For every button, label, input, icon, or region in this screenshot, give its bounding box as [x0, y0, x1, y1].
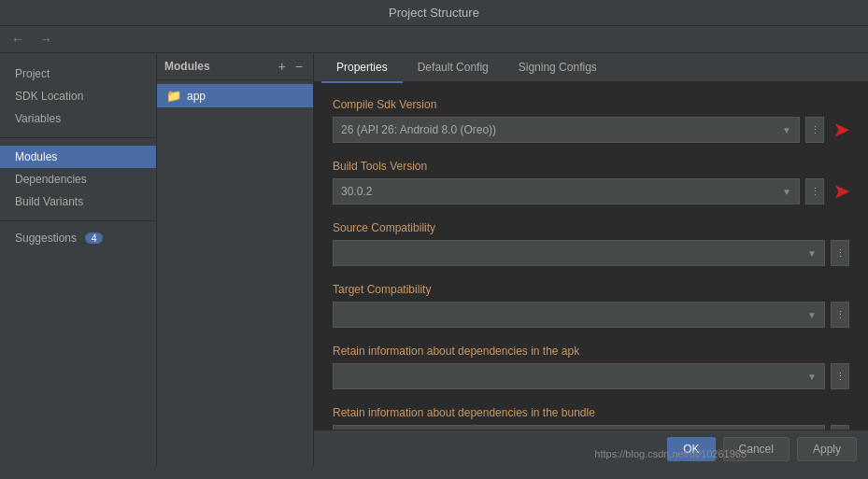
prop-section-build-tools: Build Tools Version 30.0.2 ▼ ⋮ ➤ [333, 160, 849, 204]
compile-sdk-dropdown[interactable]: 26 (API 26: Android 8.0 (Oreo)) ▼ [333, 117, 800, 143]
tabs-row: Properties Default Config Signing Config… [314, 53, 868, 83]
prop-section-target-compat: Target Compatibility ▼ ⋮ [333, 283, 849, 328]
main-layout: Project SDK Location Variables Modules D… [0, 53, 868, 467]
compile-sdk-arrow-icon: ▼ [782, 125, 791, 135]
remove-module-button[interactable]: − [292, 59, 306, 74]
compile-sdk-value: 26 (API 26: Android 8.0 (Oreo)) [341, 123, 496, 136]
watermark: https://blog.csdn.net/u010261965 [594, 448, 747, 459]
prop-section-retain-bundle: Retain information about dependencies in… [333, 406, 849, 430]
prop-row-build-tools: 30.0.2 ▼ ⋮ ➤ [333, 178, 849, 204]
nav-row: ← → [0, 26, 868, 53]
prop-row-source-compat: ▼ ⋮ [333, 240, 849, 266]
sidebar-item-variables[interactable]: Variables [0, 107, 156, 130]
build-tools-side-btn[interactable]: ⋮ [805, 178, 824, 204]
sidebar-item-suggestions[interactable]: Suggestions 4 [0, 227, 156, 249]
source-compat-arrow-icon: ▼ [807, 248, 817, 259]
tab-default-config[interactable]: Default Config [403, 53, 504, 83]
properties-content: Compile Sdk Version 26 (API 26: Android … [314, 83, 868, 430]
build-tools-value: 30.0.2 [341, 185, 372, 198]
sidebar-item-dependencies[interactable]: Dependencies [0, 168, 156, 190]
window-title: Project Structure [389, 6, 479, 20]
add-module-button[interactable]: + [276, 59, 289, 74]
modules-actions: + − [276, 59, 306, 74]
modules-list: 📁 app [157, 80, 313, 467]
tab-signing-configs[interactable]: Signing Configs [504, 53, 612, 83]
prop-section-retain-apk: Retain information about dependencies in… [333, 345, 849, 389]
back-button[interactable]: ← [7, 30, 28, 49]
content-panel: Properties Default Config Signing Config… [314, 53, 868, 467]
sidebar-item-project[interactable]: Project [0, 63, 156, 85]
modules-panel-title: Modules [164, 60, 210, 73]
source-compat-side-btn[interactable]: ⋮ [831, 240, 849, 266]
prop-label-source-compat: Source Compatibility [333, 221, 849, 234]
sidebar-divider-1 [0, 137, 156, 138]
sidebar: Project SDK Location Variables Modules D… [0, 53, 157, 467]
build-tools-arrow-icon: ▼ [782, 187, 791, 197]
retain-apk-dropdown[interactable]: ▼ [333, 363, 825, 389]
bottom-bar: https://blog.csdn.net/u010261965 OK Canc… [314, 430, 868, 467]
tab-properties[interactable]: Properties [321, 53, 403, 83]
module-folder-icon: 📁 [166, 89, 181, 103]
sidebar-section-top: Project SDK Location Variables [0, 61, 156, 132]
prop-label-compile-sdk: Compile Sdk Version [333, 98, 849, 111]
retain-apk-side-btn[interactable]: ⋮ [831, 363, 849, 389]
prop-row-target-compat: ▼ ⋮ [333, 302, 849, 328]
prop-label-target-compat: Target Compatibility [333, 283, 849, 296]
sidebar-item-sdk-location[interactable]: SDK Location [0, 85, 156, 107]
build-tools-red-arrow: ➤ [833, 180, 849, 203]
suggestions-badge: 4 [85, 232, 102, 244]
modules-panel: Modules + − 📁 app [157, 53, 314, 467]
source-compat-dropdown[interactable]: ▼ [333, 240, 825, 266]
target-compat-arrow-icon: ▼ [807, 310, 817, 320]
target-compat-dropdown[interactable]: ▼ [333, 302, 825, 328]
title-bar: Project Structure [0, 0, 868, 26]
module-item-app[interactable]: 📁 app [157, 84, 313, 107]
module-item-label: app [187, 90, 206, 103]
sidebar-section-middle: Modules Dependencies Build Variants [0, 144, 156, 215]
prop-row-compile-sdk: 26 (API 26: Android 8.0 (Oreo)) ▼ ⋮ ➤ [333, 117, 849, 143]
sidebar-item-build-variants[interactable]: Build Variants [0, 190, 156, 213]
compile-sdk-side-btn[interactable]: ⋮ [805, 117, 824, 143]
prop-section-source-compat: Source Compatibility ▼ ⋮ [333, 221, 849, 266]
prop-section-compile-sdk: Compile Sdk Version 26 (API 26: Android … [333, 98, 849, 143]
prop-row-retain-apk: ▼ ⋮ [333, 363, 849, 389]
prop-label-retain-bundle: Retain information about dependencies in… [333, 406, 849, 419]
modules-header: Modules + − [157, 53, 313, 80]
target-compat-side-btn[interactable]: ⋮ [831, 302, 849, 328]
prop-label-retain-apk: Retain information about dependencies in… [333, 345, 849, 358]
retain-apk-arrow-icon: ▼ [807, 372, 817, 382]
build-tools-dropdown[interactable]: 30.0.2 ▼ [333, 178, 800, 204]
compile-sdk-red-arrow: ➤ [833, 119, 849, 141]
apply-button[interactable]: Apply [797, 437, 857, 461]
prop-label-build-tools: Build Tools Version [333, 160, 849, 173]
sidebar-item-modules[interactable]: Modules [0, 146, 156, 168]
sidebar-divider-2 [0, 220, 156, 221]
forward-button[interactable]: → [36, 30, 56, 49]
